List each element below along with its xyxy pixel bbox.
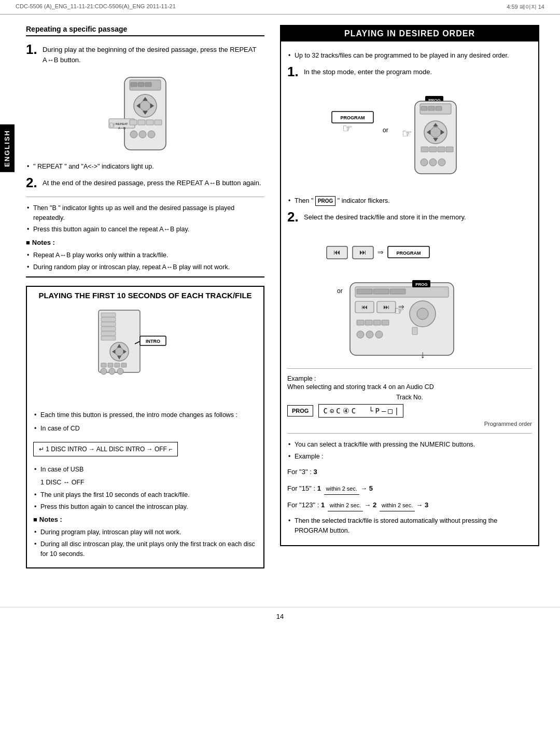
svg-text:REPEAT: REPEAT (116, 122, 128, 126)
svg-rect-4 (145, 82, 151, 87)
repeat-device-diagram: REPEAT A↔B ☞ (26, 72, 264, 157)
then-stored-bullet: Then the selected track/file is stored a… (287, 516, 532, 536)
for3-value: 3 (313, 468, 317, 476)
svg-rect-23 (101, 313, 116, 317)
usb-flow: 1 DISC ↔ OFF (33, 479, 257, 486)
page-number: 14 (0, 607, 560, 626)
for15-label: For "15" : (287, 484, 315, 492)
svg-rect-80 (357, 289, 372, 294)
track-no-text: Track No. (396, 394, 423, 401)
svg-point-91 (417, 308, 428, 320)
svg-rect-62 (429, 147, 437, 152)
intro-title: PLAYING THE FIRST 10 SECONDS OF EACH TRA… (33, 291, 257, 300)
left-column: Repeating a specific passage 1. During p… (26, 25, 264, 576)
track-no-label: Track No. (287, 394, 532, 401)
header-left: CDC-5506 (A)_ENG_11-11-21:CDC-5506(A)_EN… (16, 3, 176, 11)
repeat-step2: 2. At the end of the desired passage, pr… (26, 176, 264, 189)
svg-rect-25 (101, 322, 116, 326)
repeating-title: Repeating a specific passage (26, 25, 264, 36)
intro-usb-bullets: In case of USB (33, 465, 257, 475)
playing-desired-title: PLAYING IN DESIRED ORDER (281, 26, 538, 41)
cd-flow: ↵ 1 DISC INTRO → ALL DISC INTRO → OFF ⌐ (33, 442, 178, 456)
program-device-diagram: PROGRAM or PROG (287, 86, 532, 191)
svg-point-20 (148, 131, 155, 138)
svg-rect-61 (421, 147, 428, 152)
svg-text:INTRO: INTRO (146, 339, 160, 344)
track-display-c2: ⊙ (330, 407, 334, 415)
track-display-c5: C (352, 407, 356, 415)
svg-rect-92 (357, 320, 364, 325)
svg-rect-94 (373, 320, 381, 325)
for123-1: 1 (321, 501, 325, 509)
svg-rect-40 (121, 363, 127, 367)
then-prog-text: Then " PROG " indicator flickers. (287, 196, 532, 206)
intro-notes-list: During program play, introscan play will… (33, 527, 257, 559)
svg-rect-64 (446, 147, 453, 152)
repeat-step1-num: 1. (26, 43, 37, 65)
main-content: Repeating a specific passage 1. During p… (0, 15, 560, 596)
svg-text:⇒: ⇒ (377, 248, 384, 256)
repeat-notes-header: Notes : (26, 239, 264, 246)
desired-step2: 2. Select the desired track/file and sto… (287, 210, 532, 224)
svg-rect-63 (438, 147, 445, 152)
svg-point-98 (375, 331, 383, 338)
intro-notes-header: Notes : (33, 516, 257, 523)
header-right: 4:59 페이지 14 (507, 3, 544, 11)
intro-bullet2-2: Press this button again to cancel the in… (33, 502, 257, 512)
svg-text:PROGRAM: PROGRAM (341, 115, 365, 120)
example-label: Example : (287, 375, 532, 382)
desired-step1-num: 1. (287, 65, 299, 78)
example-divider (287, 368, 532, 369)
repeat-device-svg: REPEAT A↔B ☞ (93, 72, 197, 155)
for3-example: For "3" : 3 (287, 465, 532, 479)
track-display-c3: C (336, 407, 340, 415)
desired-step2-text: Select the desired track/file and store … (304, 210, 466, 224)
final-bullets: You can select a track/file with pressin… (287, 440, 532, 462)
for123-2: 2 (373, 501, 376, 509)
svg-rect-93 (365, 320, 372, 325)
svg-rect-82 (390, 289, 405, 294)
repeat-bullet1: " REPEAT " and "A<->" indicators light u… (26, 162, 264, 172)
for15-5: 5 (369, 484, 373, 492)
intro-bullet1: Each time this button is pressed, the in… (33, 410, 257, 420)
for123-example: For "123" : 1 within 2 sec.→ 2 within 2 … (287, 498, 532, 512)
svg-rect-95 (382, 320, 389, 325)
after-step2-bullet2: Press this button again to cancel the re… (26, 225, 264, 234)
svg-text:or: or (383, 127, 388, 134)
svg-rect-99 (412, 327, 417, 335)
repeat-step2-text: At the end of the desired passage, press… (43, 176, 261, 189)
track-display-dash: – (382, 407, 386, 415)
intro-bullet-32tracks: Up to 32 tracks/files can be programmed … (287, 51, 532, 61)
repeat-note1: Repeat A↔B play works only within a trac… (26, 251, 264, 260)
cd-flow-text: 1 DISC INTRO → ALL DISC INTRO → OFF (46, 446, 167, 453)
divider2 (287, 433, 532, 434)
svg-point-65 (421, 159, 428, 166)
svg-text:A↔B: A↔B (118, 127, 125, 130)
svg-rect-37 (101, 363, 106, 367)
divider1 (26, 197, 264, 197)
svg-text:☞: ☞ (402, 127, 412, 140)
repeat-step2-num: 2. (26, 176, 37, 189)
svg-text:PROG: PROG (415, 282, 428, 287)
desired-step1: 1. In the stop mode, enter the program m… (287, 65, 532, 78)
svg-rect-54 (436, 106, 442, 110)
cd-flow-arrow: ↵ (39, 446, 44, 453)
final-bullet2: Example : (287, 452, 532, 462)
intro-device-svg: INTRO (88, 305, 202, 404)
svg-point-67 (438, 159, 445, 166)
track-display-box2: | (395, 407, 399, 415)
page-header: CDC-5506 (A)_ENG_11-11-21:CDC-5506(A)_EN… (0, 0, 560, 15)
repeat-step1: 1. During play at the beginning of the d… (26, 43, 264, 65)
then-stored-text: Then the selected track/file is stored a… (287, 516, 532, 536)
svg-rect-3 (138, 82, 144, 87)
intro-bullet2-1: The unit plays the first 10 seconds of e… (33, 490, 257, 500)
svg-rect-81 (373, 289, 389, 294)
desired-step1-text: In the stop mode, enter the program mode… (304, 65, 432, 78)
repeating-section: Repeating a specific passage 1. During p… (26, 25, 264, 277)
example-text: When selecting and storing track 4 on an… (287, 383, 532, 391)
intro-bullets: Each time this button is pressed, the in… (33, 410, 257, 420)
svg-point-96 (357, 331, 364, 338)
page-container: CDC-5506 (A)_ENG_11-11-21:CDC-5506(A)_EN… (0, 0, 560, 750)
english-sidebar: ENGLISH (0, 124, 15, 172)
for123-3: 3 (425, 501, 428, 509)
